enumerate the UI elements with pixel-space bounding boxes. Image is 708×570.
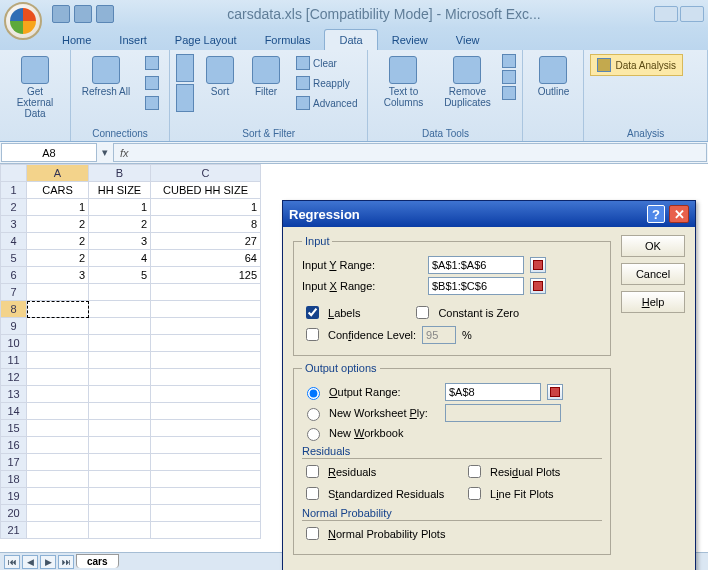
advanced-button[interactable]: Advanced: [292, 94, 361, 112]
cell-selected[interactable]: [27, 301, 89, 318]
row-header[interactable]: 2: [1, 199, 27, 216]
cancel-button[interactable]: Cancel: [621, 263, 685, 285]
data-analysis-button[interactable]: Data Analysis: [590, 54, 683, 76]
line-fit-checkbox[interactable]: [468, 487, 481, 500]
cell[interactable]: [89, 454, 151, 471]
row-header[interactable]: 8: [1, 301, 27, 318]
select-all-corner[interactable]: [1, 165, 27, 182]
row-header[interactable]: 11: [1, 352, 27, 369]
ok-button[interactable]: OK: [621, 235, 685, 257]
row-header[interactable]: 4: [1, 233, 27, 250]
dialog-help-icon[interactable]: ?: [647, 205, 665, 223]
cell[interactable]: [151, 284, 261, 301]
confidence-checkbox[interactable]: [306, 328, 319, 341]
help-button[interactable]: Help: [621, 291, 685, 313]
cell[interactable]: 2: [27, 233, 89, 250]
cell[interactable]: [27, 522, 89, 539]
cell[interactable]: [27, 505, 89, 522]
cell[interactable]: [89, 386, 151, 403]
cell[interactable]: [89, 284, 151, 301]
row-header[interactable]: 7: [1, 284, 27, 301]
cell[interactable]: 3: [89, 233, 151, 250]
sheet-nav-next[interactable]: ▶: [40, 555, 56, 569]
cell[interactable]: 4: [89, 250, 151, 267]
range-picker-icon[interactable]: [530, 257, 546, 273]
cell[interactable]: 2: [89, 216, 151, 233]
office-button[interactable]: [4, 2, 42, 40]
refresh-all-button[interactable]: Refresh All: [77, 54, 135, 99]
cell[interactable]: [151, 335, 261, 352]
tab-page-layout[interactable]: Page Layout: [161, 30, 251, 50]
close-icon[interactable]: ✕: [669, 205, 689, 223]
tab-insert[interactable]: Insert: [105, 30, 161, 50]
cell[interactable]: [27, 403, 89, 420]
cell[interactable]: 2: [27, 216, 89, 233]
cell[interactable]: 125: [151, 267, 261, 284]
restore-button[interactable]: [680, 6, 704, 22]
cell[interactable]: [27, 454, 89, 471]
cell[interactable]: 2: [27, 250, 89, 267]
cell[interactable]: [89, 437, 151, 454]
tab-review[interactable]: Review: [378, 30, 442, 50]
row-header[interactable]: 6: [1, 267, 27, 284]
cell[interactable]: [151, 301, 261, 318]
redo-icon[interactable]: [96, 5, 114, 23]
save-icon[interactable]: [52, 5, 70, 23]
cell[interactable]: [151, 471, 261, 488]
row-header[interactable]: 19: [1, 488, 27, 505]
cell[interactable]: [27, 437, 89, 454]
name-box-dropdown[interactable]: ▾: [98, 142, 112, 163]
cell[interactable]: [151, 369, 261, 386]
cell[interactable]: [89, 369, 151, 386]
what-if-icon[interactable]: [502, 86, 516, 100]
cell[interactable]: [151, 437, 261, 454]
range-picker-icon[interactable]: [530, 278, 546, 294]
minimize-button[interactable]: [654, 6, 678, 22]
name-box[interactable]: A8: [1, 143, 97, 162]
row-header[interactable]: 17: [1, 454, 27, 471]
confidence-value[interactable]: [422, 326, 456, 344]
col-header-c[interactable]: C: [151, 165, 261, 182]
cell[interactable]: [27, 335, 89, 352]
cell[interactable]: 27: [151, 233, 261, 250]
cell[interactable]: 1: [27, 199, 89, 216]
residual-plots-checkbox[interactable]: [468, 465, 481, 478]
cell[interactable]: [151, 454, 261, 471]
cell[interactable]: [27, 488, 89, 505]
input-x-range[interactable]: [428, 277, 524, 295]
cell[interactable]: [27, 420, 89, 437]
tab-home[interactable]: Home: [48, 30, 105, 50]
reapply-button[interactable]: Reapply: [292, 74, 361, 92]
cell[interactable]: [89, 522, 151, 539]
cell[interactable]: [27, 386, 89, 403]
cell[interactable]: [151, 505, 261, 522]
output-range-radio[interactable]: [307, 387, 320, 400]
tab-formulas[interactable]: Formulas: [251, 30, 325, 50]
data-validation-icon[interactable]: [502, 54, 516, 68]
cell[interactable]: [89, 301, 151, 318]
cell[interactable]: [89, 471, 151, 488]
cell[interactable]: [27, 471, 89, 488]
cell[interactable]: 8: [151, 216, 261, 233]
dialog-title-bar[interactable]: Regression ? ✕: [283, 201, 695, 227]
filter-button[interactable]: Filter: [246, 54, 286, 99]
sheet-nav-prev[interactable]: ◀: [22, 555, 38, 569]
cell[interactable]: CARS: [27, 182, 89, 199]
cell[interactable]: [27, 369, 89, 386]
cell[interactable]: 5: [89, 267, 151, 284]
sheet-nav-last[interactable]: ⏭: [58, 555, 74, 569]
new-workbook-radio[interactable]: [307, 428, 320, 441]
cell[interactable]: [89, 352, 151, 369]
cell[interactable]: 3: [27, 267, 89, 284]
row-header[interactable]: 20: [1, 505, 27, 522]
cell[interactable]: CUBED HH SIZE: [151, 182, 261, 199]
row-header[interactable]: 9: [1, 318, 27, 335]
properties-button[interactable]: [141, 74, 163, 92]
sheet-nav-first[interactable]: ⏮: [4, 555, 20, 569]
row-header[interactable]: 21: [1, 522, 27, 539]
outline-button[interactable]: Outline: [529, 54, 577, 99]
residuals-checkbox[interactable]: [306, 465, 319, 478]
cell[interactable]: [27, 284, 89, 301]
input-y-range[interactable]: [428, 256, 524, 274]
row-header[interactable]: 14: [1, 403, 27, 420]
